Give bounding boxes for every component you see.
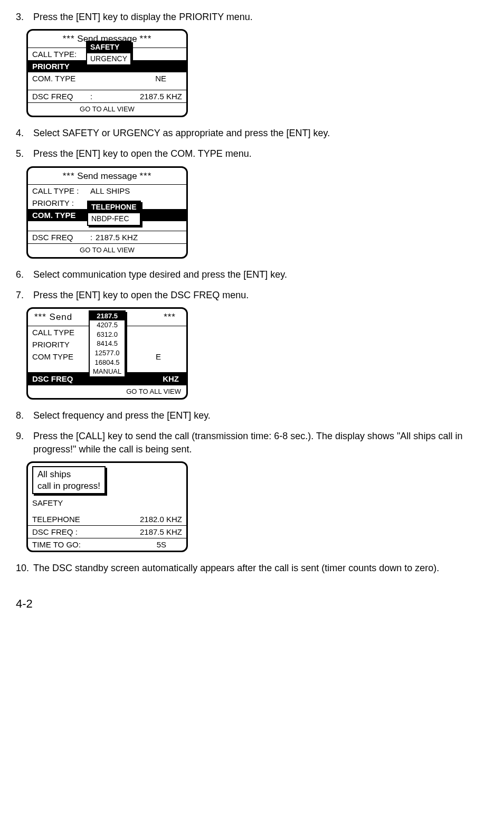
- freq-option: 8414.5: [90, 339, 125, 348]
- freq-option: 2187.5: [90, 311, 125, 321]
- go-to-all-view: GO TO ALL VIEW: [28, 103, 186, 116]
- option-safety: SAFETY: [87, 42, 130, 53]
- dsc-freq-label: DSC FREQ: [32, 232, 90, 243]
- step-number: 5.: [16, 147, 31, 160]
- freq-option: 16804.5: [90, 358, 125, 367]
- step-text: Press the [CALL] key to send the call (t…: [33, 430, 474, 456]
- step-text: The DSC standby screen automatically app…: [33, 562, 474, 575]
- priority-label: PRIORITY: [32, 61, 90, 72]
- dsc-freq-label: DSC FREQ: [32, 373, 90, 384]
- com-type-label: COM. TYPE: [32, 73, 90, 84]
- dsc-freq-value: 2187.5 KHZ: [90, 526, 182, 537]
- go-to-all-view: GO TO ALL VIEW: [28, 244, 186, 257]
- progress-banner: All ships call in progress!: [32, 466, 106, 494]
- time-to-go-label: TIME TO GO:: [32, 539, 90, 550]
- com-type-label: COM TYPE: [32, 351, 90, 362]
- step-number: 6.: [16, 268, 31, 281]
- step-number: 9.: [16, 430, 31, 443]
- call-type-value: ALL SHIPS: [90, 185, 182, 196]
- dsc-freq-value: 2187.5 KHZ: [101, 91, 182, 102]
- priority-label: PRIORITY: [32, 339, 90, 350]
- com-type-label: COM. TYPE: [32, 210, 90, 221]
- lcd-screen-dscfreq: *** Send *** CALL TYPE PRIORITY COM TYPE…: [26, 307, 188, 400]
- step-text: Press the [ENT] key to display the PRIOR…: [33, 11, 474, 24]
- comtype-popup: TELEPHONE NBDP-FEC: [87, 201, 141, 225]
- dsc-freq-label: DSC FREQ: [32, 91, 90, 102]
- freq-option: 4207.5: [90, 320, 125, 330]
- time-to-go-value: 5S: [90, 539, 182, 550]
- option-nbdp-fec: NBDP-FEC: [88, 213, 140, 225]
- option-telephone: TELEPHONE: [88, 202, 140, 213]
- step-text: Select communication type desired and pr…: [33, 268, 474, 281]
- lcd-screen-priority: *** Send message *** CALL TYPE:ALL SHIPS…: [26, 29, 188, 117]
- step-text: Press the [ENT] key to open the DSC FREQ…: [33, 289, 474, 302]
- step-number: 4.: [16, 127, 31, 140]
- dsc-freq-value: 2187.5 KHZ: [96, 232, 182, 243]
- option-urgency: URGENCY: [87, 53, 130, 65]
- priority-popup: SAFETY URGENCY: [86, 41, 131, 65]
- priority-label: PRIORITY :: [32, 197, 90, 209]
- dsc-freq-label: DSC FREQ :: [32, 526, 90, 537]
- safety-label: SAFETY: [32, 497, 63, 508]
- freq-option: 12577.0: [90, 348, 125, 358]
- go-to-all-view: GO TO ALL VIEW: [28, 385, 186, 398]
- dscfreq-popup: 2187.5 4207.5 6312.0 8414.5 12577.0 1680…: [89, 310, 126, 377]
- lcd-title: *** Send message ***: [28, 168, 186, 185]
- freq-option-manual: MANUAL: [90, 367, 125, 376]
- freq-option: 6312.0: [90, 330, 125, 339]
- step-text: Select frequency and press the [ENT] key…: [33, 409, 474, 422]
- page-number: 4-2: [16, 596, 483, 612]
- step-number: 8.: [16, 409, 31, 422]
- call-type-label: CALL TYPE: [32, 327, 90, 338]
- step-number: 10.: [16, 562, 31, 575]
- step-number: 3.: [16, 11, 31, 24]
- step-text: Press the [ENT] key to open the COM. TYP…: [33, 147, 474, 160]
- call-type-label: CALL TYPE:: [32, 49, 90, 60]
- lcd-screen-comtype: *** Send message *** CALL TYPE :ALL SHIP…: [26, 166, 188, 259]
- call-type-label: CALL TYPE :: [32, 185, 90, 196]
- telephone-freq: 2182.0 KHZ: [90, 514, 182, 525]
- telephone-label: TELEPHONE: [32, 514, 90, 525]
- lcd-screen-progress: All ships call in progress! SAFETY TELEP…: [26, 461, 188, 552]
- step-text: Select SAFETY or URGENCY as appropriate …: [33, 127, 474, 140]
- step-number: 7.: [16, 289, 31, 302]
